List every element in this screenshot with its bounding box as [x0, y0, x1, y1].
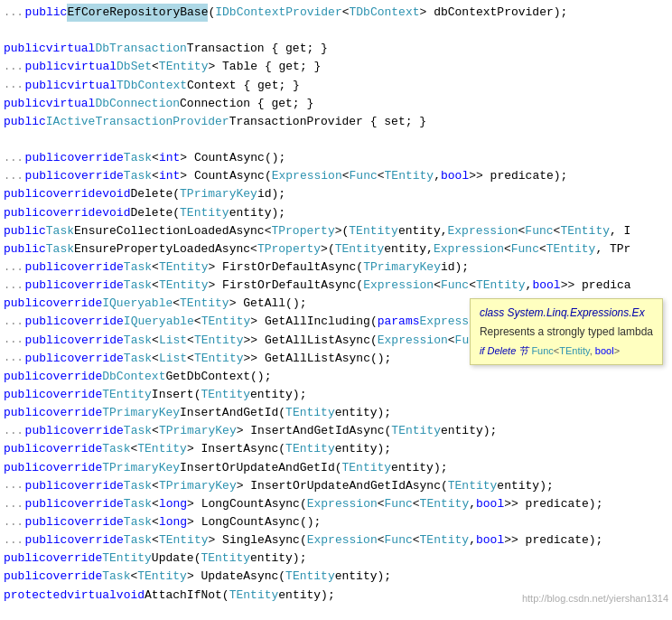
tooltip-extra: if Delete 节 Func<TEntity, bool>	[480, 343, 653, 359]
code-line-6: public virtual DbConnection Connection {…	[2, 95, 670, 113]
code-line-29: ... public override Task < long > LongCo…	[2, 513, 670, 531]
code-line-26: public override TPrimaryKey InsertOrUpda…	[2, 459, 670, 477]
code-line-28: ... public override Task < long > LongCo…	[2, 495, 670, 513]
code-line-7: public IActiveTransactionProvider Transa…	[2, 113, 670, 131]
code-line-3: public virtual DbTransaction Transaction…	[2, 40, 670, 58]
code-line-13: public Task EnsureCollectionLoadedAsync<…	[2, 222, 670, 240]
code-line-1: ... public EfCoreRepositoryBase (IDbCont…	[2, 4, 670, 22]
tooltip-title-line1: class System.Linq.Expressions.Ex	[480, 305, 653, 322]
code-line-30: ... public override Task < TEntity > Sin…	[2, 531, 670, 550]
code-line-27: ... public override Task < TPrimaryKey >…	[2, 477, 670, 495]
dots-1: ...	[4, 5, 23, 22]
code-line-21: public override DbContext GetDbContext()…	[2, 368, 670, 386]
code-line-4: ... public virtual DbSet < TEntity > Tab…	[2, 58, 670, 76]
tooltip-popup: class System.Linq.Expressions.Ex Represe…	[470, 298, 663, 365]
code-line-14: public Task EnsurePropertyLoadedAsync< T…	[2, 240, 670, 258]
code-line-empty-2	[2, 131, 670, 149]
code-line-11: public override void Delete( TPrimaryKey…	[2, 185, 670, 203]
code-line-23: public override TPrimaryKey InsertAndGet…	[2, 404, 670, 422]
code-line-16: ... public override Task < TEntity > Fir…	[2, 277, 670, 295]
code-line-empty-1	[2, 22, 670, 40]
code-line-24: ... public override Task < TPrimaryKey >…	[2, 422, 670, 440]
tooltip-body: Represents a strongly typed lambda	[480, 324, 653, 341]
code-text-1: (IDbContextProvider<TDbContext> dbContex…	[208, 4, 567, 22]
code-line-22: public override TEntity Insert( TEntity …	[2, 386, 670, 404]
code-line-10: ... public override Task < int > CountAs…	[2, 167, 670, 185]
code-line-9: ... public override Task < int > CountAs…	[2, 149, 670, 167]
watermark: http://blog.csdn.net/yiershan1314	[522, 591, 668, 606]
kw-1: public	[25, 4, 68, 22]
code-line-25: public override Task < TEntity > InsertA…	[2, 440, 670, 458]
code-line-15: ... public override Task < TEntity > Fir…	[2, 258, 670, 277]
code-line-32: public override Task < TEntity > UpdateA…	[2, 568, 670, 586]
code-line-5: ... public virtual TDbContext Context { …	[2, 77, 670, 95]
code-line-31: public override TEntity Update( TEntity …	[2, 550, 670, 568]
class-name-highlight: EfCoreRepositoryBase	[67, 4, 208, 22]
code-view: ... public EfCoreRepositoryBase (IDbCont…	[0, 0, 672, 608]
code-line-12: public override void Delete( TEntity ent…	[2, 204, 670, 222]
